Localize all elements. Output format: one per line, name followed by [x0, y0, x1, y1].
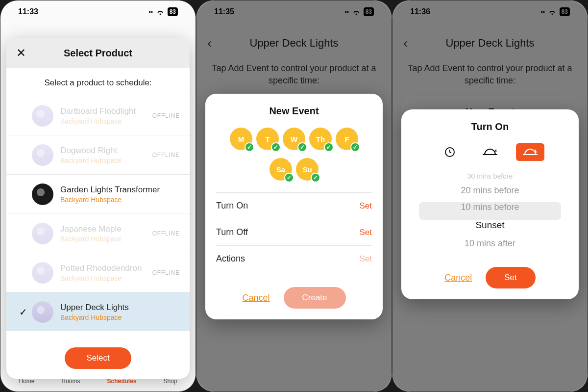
check-badge-icon: ✓ — [271, 142, 281, 152]
clock: 11:33 — [18, 7, 38, 16]
day-toggle[interactable]: Sa✓ — [270, 158, 292, 181]
product-text: Dogwood Right Backyard Hubspace — [60, 145, 152, 164]
product-icon — [32, 223, 53, 244]
product-row[interactable]: Potted Rhododendron Backyard Hubspace OF… — [6, 253, 190, 292]
product-text: Dartboard Floodlight Backyard Hubspace — [60, 106, 152, 125]
product-name: Garden Lights Transformer — [60, 184, 180, 195]
picker-option[interactable]: Sunset — [475, 217, 504, 234]
product-hub: Backyard Hubspace — [60, 117, 152, 125]
create-button[interactable]: Create — [284, 287, 346, 309]
product-row[interactable]: ✓ Upper Deck Lights Backyard Hubspace — [6, 292, 190, 331]
offset-picker[interactable]: 30 mins before20 mins before10 mins befo… — [412, 169, 568, 252]
phone-screen-1: 11:33 ▪▪ 83 Home Rooms Schedules Shop ✕ … — [0, 0, 196, 392]
sheet-subtitle: Select a product to schedule: — [6, 68, 190, 96]
product-name: Japanese Maple — [60, 224, 152, 234]
check-badge-icon: ✓ — [324, 142, 334, 152]
page-header: ‹ Upper Deck Lights — [392, 30, 588, 56]
product-icon — [32, 105, 53, 127]
sunset-mode[interactable] — [516, 143, 544, 161]
page-title: Upper Deck Lights — [250, 37, 339, 50]
product-text: Upper Deck Lights Backyard Hubspace — [60, 302, 180, 321]
back-icon[interactable]: ‹ — [207, 35, 212, 51]
dialog-title: Turn On — [412, 121, 568, 132]
row-label: Actions — [216, 254, 245, 264]
product-name: Upper Deck Lights — [60, 302, 180, 313]
day-toggle[interactable]: Th✓ — [309, 128, 332, 150]
product-icon — [32, 262, 53, 284]
set-button[interactable]: Set — [486, 267, 536, 288]
row-label: Turn On — [216, 201, 248, 211]
product-list[interactable]: Dartboard Floodlight Backyard Hubspace O… — [6, 96, 190, 340]
page-title: Upper Deck Lights — [446, 37, 535, 50]
product-icon — [32, 183, 53, 205]
product-row[interactable]: Dogwood Right Backyard Hubspace OFFLINE — [6, 135, 190, 174]
close-icon[interactable]: ✕ — [16, 46, 26, 60]
turn-on-dialog: Turn On 30 mins before20 mins before10 m… — [401, 109, 579, 299]
page-subhead: Tap Add Event to control your product at… — [196, 62, 392, 87]
time-mode-row — [412, 143, 568, 161]
clock-mode[interactable] — [436, 143, 464, 161]
sheet-header: ✕ Select Product — [6, 38, 190, 68]
cancel-button[interactable]: Cancel — [242, 293, 270, 303]
check-icon: ✓ — [16, 306, 30, 318]
check-badge-icon: ✓ — [297, 142, 307, 152]
picker-option[interactable]: 10 mins after — [465, 236, 515, 250]
back-icon[interactable]: ‹ — [403, 35, 408, 51]
offline-label: OFFLINE — [152, 269, 180, 276]
product-text: Japanese Maple Backyard Hubspace — [60, 224, 152, 243]
day-toggle[interactable]: W✓ — [283, 128, 305, 150]
product-icon — [32, 144, 53, 166]
product-hub: Backyard Hubspace — [60, 196, 180, 204]
battery: 83 — [364, 7, 374, 16]
day-toggle[interactable]: Su✓ — [296, 158, 318, 181]
cancel-button[interactable]: Cancel — [444, 273, 472, 283]
offline-label: OFFLINE — [152, 152, 180, 158]
offline-label: OFFLINE — [152, 230, 180, 237]
product-name: Dogwood Right — [60, 145, 152, 156]
signal-icon: ▪▪ — [148, 8, 153, 15]
product-icon — [32, 301, 53, 323]
status-bar: 11:35 ▪▪ 83 — [196, 0, 392, 23]
page-header: ‹ Upper Deck Lights — [196, 30, 392, 56]
day-toggle[interactable]: M✓ — [230, 128, 252, 150]
picker-option[interactable]: 10 mins before — [461, 200, 519, 214]
set-link[interactable]: Set — [359, 254, 372, 264]
product-row[interactable]: Dartboard Floodlight Backyard Hubspace O… — [6, 96, 190, 135]
battery: 83 — [560, 7, 570, 16]
day-toggle[interactable]: F✓ — [336, 128, 358, 150]
sunrise-mode[interactable] — [476, 143, 504, 161]
battery: 83 — [168, 7, 178, 16]
row-label: Turn Off — [216, 227, 248, 237]
new-event-dialog: New Event M✓T✓W✓Th✓F✓Sa✓Su✓ Turn On SetT… — [205, 94, 383, 319]
event-row[interactable]: Actions Set — [216, 245, 372, 272]
sheet-title: Select Product — [64, 48, 132, 59]
product-hub: Backyard Hubspace — [60, 314, 180, 321]
select-product-sheet: ✕ Select Product Select a product to sch… — [6, 38, 190, 379]
status-bar: 11:33 ▪▪ 83 — [0, 0, 196, 23]
picker-option[interactable]: 30 mins before — [467, 172, 513, 181]
product-row[interactable]: Japanese Maple Backyard Hubspace OFFLINE — [6, 213, 190, 253]
nav-shop[interactable]: Shop — [163, 378, 177, 385]
event-row[interactable]: Turn On Set — [216, 192, 372, 219]
picker-option[interactable]: 20 mins before — [461, 183, 519, 197]
product-row[interactable]: Garden Lights Transformer Backyard Hubsp… — [6, 174, 190, 213]
phone-screen-2: 11:35 ▪▪ 83 ‹ Upper Deck Lights Tap Add … — [196, 0, 392, 392]
nav-rooms[interactable]: Rooms — [61, 378, 80, 385]
check-badge-icon: ✓ — [350, 142, 360, 152]
check-badge-icon: ✓ — [284, 173, 294, 183]
page-subhead: Tap Add Event to control your product at… — [392, 62, 588, 87]
check-badge-icon: ✓ — [245, 142, 254, 152]
select-button[interactable]: Select — [65, 347, 131, 369]
check-badge-icon: ✓ — [311, 173, 320, 183]
nav-home[interactable]: Home — [19, 378, 34, 385]
dialog-title: New Event — [216, 105, 372, 117]
set-link[interactable]: Set — [359, 201, 372, 211]
phone-screen-3: 11:36 ▪▪ 83 ‹ Upper Deck Lights Tap Add … — [392, 0, 588, 392]
product-name: Dartboard Floodlight — [60, 106, 152, 116]
event-row[interactable]: Turn Off Set — [216, 219, 372, 245]
product-hub: Backyard Hubspace — [60, 235, 152, 243]
day-toggle[interactable]: T✓ — [256, 128, 279, 150]
nav-schedules[interactable]: Schedules — [107, 378, 136, 385]
clock: 11:36 — [410, 7, 430, 16]
set-link[interactable]: Set — [359, 228, 372, 237]
